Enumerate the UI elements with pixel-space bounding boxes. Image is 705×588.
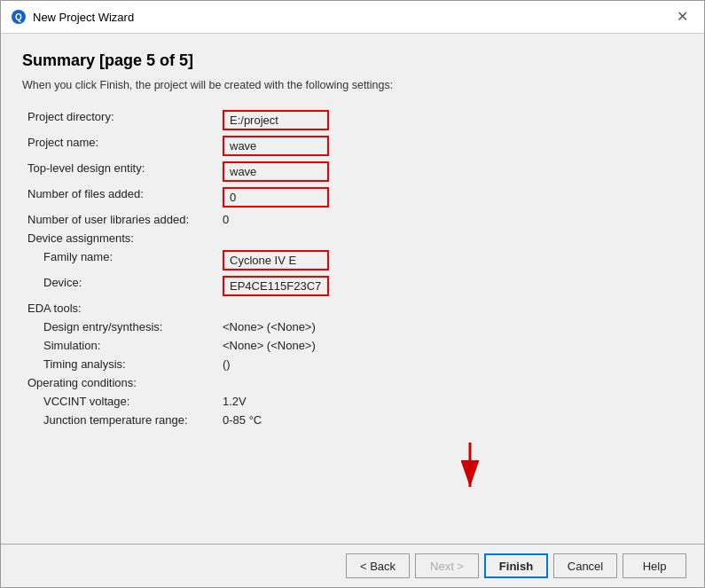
design-entry-label: Design entry/synthesis: — [22, 318, 217, 336]
next-button[interactable]: Next > — [415, 553, 479, 578]
junction-row: Junction temperature range: 0-85 °C — [22, 411, 683, 429]
device-label: Device: — [22, 273, 217, 299]
device-assignments-label: Device assignments: — [22, 229, 217, 247]
top-level-row: Top-level design entity: wave — [22, 159, 683, 184]
project-name-value: wave — [217, 133, 683, 159]
project-name-value-box: wave — [223, 136, 329, 156]
family-name-value-box: Cyclone IV E — [223, 250, 329, 270]
close-button[interactable]: ✕ — [671, 8, 693, 26]
finish-button[interactable]: Finish — [484, 553, 548, 578]
num-libraries-label: Number of user libraries added: — [22, 210, 217, 229]
timing-value: () — [217, 355, 683, 373]
operating-conditions-row: Operating conditions: — [22, 373, 683, 392]
operating-conditions-label: Operating conditions: — [22, 373, 217, 392]
finish-arrow-icon — [443, 438, 497, 500]
timing-row: Timing analysis: () — [22, 355, 683, 373]
project-directory-value: E:/project — [217, 107, 683, 133]
num-files-label: Number of files added: — [22, 184, 217, 210]
vccint-label: VCCINT voltage: — [22, 392, 217, 411]
title-bar: Q New Project Wizard ✕ — [1, 1, 704, 34]
eda-tools-label: EDA tools: — [22, 299, 217, 318]
project-directory-value-box: E:/project — [223, 110, 329, 130]
eda-tools-row: EDA tools: — [22, 299, 683, 318]
family-name-value: Cyclone IV E — [217, 247, 683, 273]
num-libraries-row: Number of user libraries added: 0 — [22, 210, 683, 229]
help-button[interactable]: Help — [623, 553, 686, 578]
device-assignments-row: Device assignments: — [22, 229, 683, 247]
project-name-label: Project name: — [22, 133, 217, 159]
footer: < Back Next > Finish Cancel Help — [1, 544, 704, 587]
simulation-value: <None> (<None>) — [217, 336, 683, 355]
timing-label: Timing analysis: — [22, 355, 217, 373]
page-title: Summary [page 5 of 5] — [22, 51, 683, 70]
project-directory-label: Project directory: — [22, 107, 217, 133]
page-subtitle: When you click Finish, the project will … — [22, 79, 683, 91]
num-libraries-value: 0 — [217, 210, 683, 229]
content-area: Summary [page 5 of 5] When you click Fin… — [1, 34, 704, 544]
title-bar-left: Q New Project Wizard — [12, 10, 134, 24]
back-button[interactable]: < Back — [346, 553, 410, 578]
family-name-label: Family name: — [22, 247, 217, 273]
num-files-value-box: 0 — [223, 187, 329, 208]
project-name-row: Project name: wave — [22, 133, 683, 159]
simulation-row: Simulation: <None> (<None>) — [22, 336, 683, 355]
vccint-value: 1.2V — [217, 392, 683, 411]
top-level-value-box: wave — [223, 161, 329, 182]
vccint-row: VCCINT voltage: 1.2V — [22, 392, 683, 411]
dialog-title: New Project Wizard — [33, 11, 134, 24]
junction-value: 0-85 °C — [217, 411, 683, 429]
dialog: Q New Project Wizard ✕ Summary [page 5 o… — [0, 0, 705, 588]
simulation-label: Simulation: — [22, 336, 217, 355]
top-level-label: Top-level design entity: — [22, 159, 217, 184]
app-icon: Q — [12, 10, 26, 24]
num-files-row: Number of files added: 0 — [22, 184, 683, 210]
device-value: EP4CE115F23C7 — [217, 273, 683, 299]
junction-label: Junction temperature range: — [22, 411, 217, 429]
top-level-value: wave — [217, 159, 683, 184]
cancel-button[interactable]: Cancel — [553, 553, 617, 578]
project-directory-row: Project directory: E:/project — [22, 107, 683, 133]
arrow-area — [22, 429, 683, 500]
design-entry-row: Design entry/synthesis: <None> (<None>) — [22, 318, 683, 336]
settings-table: Project directory: E:/project Project na… — [22, 107, 683, 429]
family-name-row: Family name: Cyclone IV E — [22, 247, 683, 273]
design-entry-value: <None> (<None>) — [217, 318, 683, 336]
num-files-value: 0 — [217, 184, 683, 210]
device-row: Device: EP4CE115F23C7 — [22, 273, 683, 299]
device-value-box: EP4CE115F23C7 — [223, 276, 329, 296]
